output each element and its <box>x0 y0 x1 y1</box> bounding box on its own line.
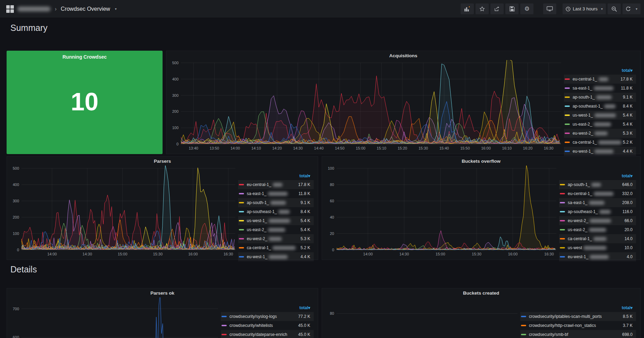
legend-row-sa-east-1_[interactable]: sa-east-1_208.0 <box>559 198 636 207</box>
legend-row-crowdsecurity/whitelists[interactable]: crowdsecurity/whitelists45.0 K <box>221 321 314 330</box>
legend-row-ap-south-1_[interactable]: ap-south-1_646.0 <box>559 180 636 189</box>
legend-row-eu-central-1_[interactable]: eu-central-1_17.8 K <box>564 75 636 84</box>
legend-total-sort[interactable]: total▾ <box>299 305 314 310</box>
svg-text:13:40: 13:40 <box>189 146 198 150</box>
legend-row-crowdsecurity/http-crawl-non_statics[interactable]: crowdsecurity/http-crawl-non_statics3.7 … <box>520 321 636 330</box>
series-name: eu-west-2_ <box>573 131 593 136</box>
legend-row-crowdsecurity/iptables-scan-multi_ports[interactable]: crowdsecurity/iptables-scan-multi_ports8… <box>520 312 636 321</box>
legend-row-crowdsecurity/syslog-logs[interactable]: crowdsecurity/syslog-logs77.2 K <box>221 312 314 321</box>
legend-row-ca-central-1_[interactable]: ca-central-1_14.0 <box>559 234 636 243</box>
legend-row-eu-west-1_[interactable]: eu-west-1_4.4 K <box>564 147 636 156</box>
svg-text:16:30: 16:30 <box>544 146 554 150</box>
series-color-swatch <box>560 256 565 257</box>
series-total-value: 4.4 K <box>301 254 310 259</box>
legend-row-ap-south-1_[interactable]: ap-south-1_9.1 K <box>564 93 636 102</box>
legend-row-eu-west-1_[interactable]: eu-west-1_4.4 K <box>238 252 314 261</box>
legend-row-sa-east-1_[interactable]: sa-east-1_11.8 K <box>564 84 636 93</box>
row-header-details[interactable]: Details <box>10 264 37 274</box>
chevron-down-icon[interactable]: ▾ <box>115 7 117 11</box>
series-total-value: 5.4 K <box>623 122 633 127</box>
panel-title-acquisitions[interactable]: Acquisitions <box>166 51 640 60</box>
row-header-summary[interactable]: Summary <box>10 23 47 33</box>
legend-row-ca-central-1_[interactable]: ca-central-1_5.2 K <box>238 243 314 252</box>
series-total-value: 10.0 <box>625 245 633 250</box>
legend-total-sort[interactable]: total▾ <box>299 174 314 178</box>
legend-total-sort[interactable]: total▾ <box>622 305 636 310</box>
legend-row-ap-southeast-1_[interactable]: ap-southeast-1_8.4 K <box>564 102 636 111</box>
svg-text:700: 700 <box>13 307 19 311</box>
legend-row-eu-central-1_[interactable]: eu-central-1_17.8 K <box>238 180 314 189</box>
series-color-swatch <box>221 316 227 317</box>
series-name: sa-east-1_ <box>573 86 592 91</box>
cycle-view-button[interactable] <box>543 3 556 14</box>
legend-row-us-west-1_[interactable]: us-west-1_5.4 K <box>238 216 314 225</box>
svg-text:600: 600 <box>13 335 19 338</box>
legend-row-us-east-2_[interactable]: us-east-2_5.4 K <box>238 225 314 234</box>
legend-row-crowdsecurity/smb-bf[interactable]: crowdsecurity/smb-bf698.0 <box>520 330 636 338</box>
legend-row-eu-west-2_[interactable]: eu-west-2_5.3 K <box>564 129 636 138</box>
zoom-out-icon <box>611 6 617 12</box>
series-name-blurred-part <box>278 210 290 214</box>
svg-text:15:20: 15:20 <box>398 146 407 150</box>
panel-title-buckets-created[interactable]: Buckets created <box>322 288 640 297</box>
legend-row-us-east-2_[interactable]: us-east-2_5.4 K <box>564 120 636 129</box>
chart-area-buckets-created[interactable]: 6080 <box>322 297 520 338</box>
series-color-swatch <box>239 247 244 248</box>
dashboard-title[interactable]: Crowdsec Overview <box>61 6 110 12</box>
chart-area-buckets-overflow[interactable]: 02040608010014:0014:3015:0015:3016:0016:… <box>322 166 559 258</box>
series-total-value: 45.0 K <box>298 332 310 337</box>
panel-title-parsers[interactable]: Parsers <box>7 157 318 166</box>
zoom-out-button[interactable] <box>608 3 621 14</box>
svg-text:16:00: 16:00 <box>188 252 198 256</box>
legend-total-sort[interactable]: total▾ <box>622 68 636 73</box>
svg-text:15:30: 15:30 <box>418 146 428 150</box>
series-fill-crowdsecurity/syslog-logs <box>21 297 218 338</box>
series-color-swatch <box>521 316 526 317</box>
legend-total-sort[interactable]: total▾ <box>622 174 636 178</box>
series-total-value: 3.7 K <box>623 323 633 328</box>
legend-row-us-east-2_[interactable]: us-east-2_20.0 <box>559 225 636 234</box>
legend-row-ap-southeast-1_[interactable]: ap-southeast-1_116.0 <box>559 207 636 216</box>
series-color-swatch <box>239 256 244 257</box>
star-button[interactable] <box>476 3 489 14</box>
svg-text:0: 0 <box>332 248 334 252</box>
star-icon <box>479 6 485 12</box>
series-name: eu-central-1_ <box>568 191 592 196</box>
dashboards-grid-icon[interactable] <box>6 5 14 13</box>
series-color-swatch <box>560 229 565 230</box>
legend-row-eu-west-2_[interactable]: eu-west-2_5.3 K <box>238 234 314 243</box>
legend-row-eu-west-2_[interactable]: eu-west-2_66.0 <box>559 216 636 225</box>
chart-area-parsers[interactable]: 010020030040050014:0014:3015:0015:3016:0… <box>7 166 238 258</box>
refresh-button[interactable]: ▾ <box>623 3 641 14</box>
legend-row-eu-west-1_[interactable]: eu-west-1_4.0 <box>559 252 636 261</box>
refresh-interval-caret[interactable]: ▾ <box>636 7 637 11</box>
stat-panel-title[interactable]: Running Crowdsec <box>62 54 107 60</box>
time-range-label: Last 3 hours <box>573 6 598 11</box>
legend-row-eu-central-1_[interactable]: eu-central-1_332.0 <box>559 189 636 198</box>
legend-row-ap-southeast-1_[interactable]: ap-southeast-1_8.4 K <box>238 207 314 216</box>
legend-row-us-west[interactable]: us-west10.0 <box>559 243 636 252</box>
series-name-blurred-part <box>599 77 608 81</box>
save-button[interactable] <box>505 3 519 14</box>
legend-row-crowdsecurity/dateparse-enrich[interactable]: crowdsecurity/dateparse-enrich45.0 K <box>221 330 314 338</box>
series-color-swatch <box>221 334 227 335</box>
svg-text:0: 0 <box>176 142 179 146</box>
share-button[interactable] <box>490 3 504 14</box>
series-fill-ap-south-1_ <box>337 166 556 250</box>
svg-text:100: 100 <box>328 166 334 170</box>
series-name: ap-south-1_ <box>573 95 595 100</box>
svg-text:200: 200 <box>13 215 19 219</box>
panel-title-parsers-ok[interactable]: Parsers ok <box>7 288 318 297</box>
panel-title-buckets-overflow[interactable]: Buckets overflow <box>322 157 640 166</box>
svg-text:500: 500 <box>172 61 179 65</box>
chart-area-acquisitions[interactable]: 010020030040050013:4013:5014:0014:1014:2… <box>166 60 564 152</box>
legend-row-ap-south-1_[interactable]: ap-south-1_9.1 K <box>238 198 314 207</box>
svg-text:16:10: 16:10 <box>502 146 512 150</box>
legend-row-ca-central-1_[interactable]: ca-central-1_5.2 K <box>564 138 636 147</box>
legend-row-us-west-1_[interactable]: us-west-1_5.4 K <box>564 111 636 120</box>
settings-button[interactable]: ⚙ <box>520 3 533 14</box>
legend-row-sa-east-1_[interactable]: sa-east-1_11.8 K <box>238 189 314 198</box>
add-panel-button[interactable] <box>461 3 474 14</box>
chart-area-parsers-ok[interactable]: 500600700 <box>7 297 221 338</box>
time-range-picker[interactable]: Last 3 hours ▾ <box>563 3 606 14</box>
